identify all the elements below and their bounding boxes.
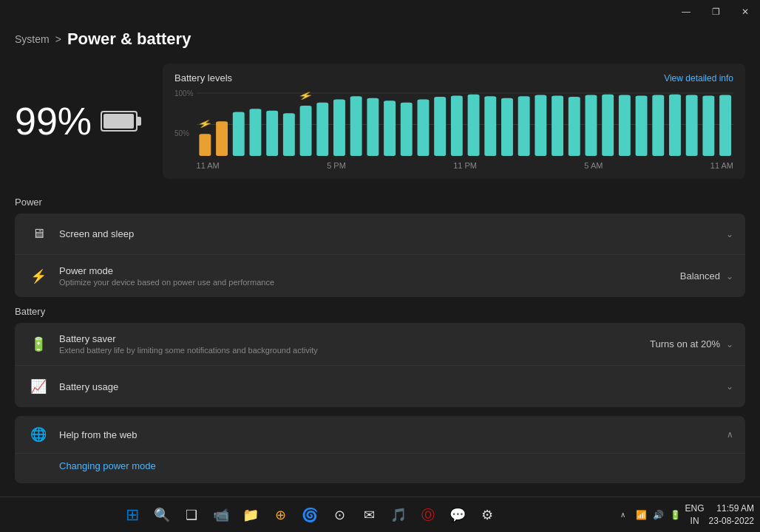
battery-chart-area: Battery levels View detailed info 100% 5… [163,64,745,179]
taskbar-app-chrome[interactable]: ⊙ [326,502,353,528]
changing-power-mode-link[interactable]: Changing power mode [59,460,156,471]
battery-saver-title: Battery saver [59,333,650,344]
battery-saver-right: Turns on at 20% ⌄ [650,338,733,349]
minimize-button[interactable]: — [671,0,701,24]
taskbar-app-whatsapp[interactable]: 💬 [444,502,471,528]
battery-usage-content: Battery usage [59,381,726,392]
battery-usage-icon: 📈 [27,378,50,395]
view-detailed-info-link[interactable]: View detailed info [664,73,733,83]
battery-saver-row[interactable]: 🔋 Battery saver Extend battery life by l… [15,323,745,366]
y-axis: 100% 50% [174,89,194,170]
tray-expand-icon: ∧ [620,511,625,519]
main-content: System > Power & battery 99% Battery lev… [0,0,760,497]
date-value: 23-08-2022 [709,515,754,528]
taskbar-app-mail[interactable]: ✉ [356,502,382,528]
system-icons[interactable]: 📶 🔊 🔋 [636,510,681,520]
svg-rect-31 [685,95,697,156]
svg-rect-2 [199,134,211,156]
svg-rect-19 [484,96,496,156]
battery-usage-right: ⌄ [726,381,733,392]
battery-section: Battery 🔋 Battery saver Extend battery l… [15,306,745,407]
help-title: Help from the web [59,429,727,440]
close-button[interactable]: ✕ [730,0,760,24]
system-tray-arrow[interactable]: ∧ [614,511,631,519]
taskview-button[interactable]: ❑ [178,502,205,528]
start-button[interactable]: ⊞ [119,502,146,528]
power-settings-group: 🖥 Screen and sleep ⌄ ⚡ Power mode Optimi… [15,214,745,297]
svg-rect-26 [602,95,614,156]
power-section-header: Power [15,197,745,208]
help-right: ∧ [727,429,733,440]
help-header-row[interactable]: 🌐 Help from the web ∧ [15,416,745,454]
battery-usage-title: Battery usage [59,381,726,392]
svg-rect-25 [585,95,597,156]
taskbar-app-opera[interactable]: Ⓞ [415,502,441,528]
help-content-title: Help from the web [59,429,727,440]
battery-usage-row[interactable]: 📈 Battery usage ⌄ [15,366,745,407]
help-chevron-up: ∧ [727,429,733,440]
locale-display[interactable]: ENGIN [685,502,705,528]
power-mode-title: Power mode [59,265,680,276]
top-section: 99% Battery levels View detailed info 10… [15,64,745,179]
svg-rect-9 [316,103,328,156]
help-section: 🌐 Help from the web ∧ Changing power mod… [15,416,745,483]
battery-tray-icon: 🔋 [670,510,681,520]
svg-rect-14 [400,103,412,156]
titlebar: — ❐ ✕ [671,0,760,24]
svg-rect-32 [702,95,714,156]
screen-sleep-chevron: ⌄ [726,229,733,239]
power-mode-icon: ⚡ [27,268,50,284]
taskbar-app-settings[interactable]: ⚙ [474,502,501,528]
volume-icon: 🔊 [653,510,664,520]
chart-wrapper: 100% 50% ⚡⚡ 11 AM 5 PM 11 PM 5 AM 11 AM [174,89,733,170]
power-mode-right[interactable]: Balanced ⌄ [680,270,733,282]
screen-sleep-icon: 🖥 [27,226,50,242]
taskbar-app-edge[interactable]: 🌀 [296,502,323,528]
svg-rect-16 [434,97,446,156]
chart-header: Battery levels View detailed info [174,72,733,83]
battery-saver-value: Turns on at 20% [650,338,720,349]
screen-sleep-title: Screen and sleep [59,228,726,239]
svg-rect-27 [619,95,631,156]
svg-text:⚡: ⚡ [297,91,315,100]
x-label-11am2: 11 AM [710,161,733,170]
svg-rect-22 [535,95,546,156]
battery-saver-icon: 🔋 [27,336,50,352]
wifi-icon: 📶 [636,510,647,520]
breadcrumb-separator: > [55,33,61,45]
svg-rect-5 [249,109,261,156]
taskbar-app-spotify[interactable]: 🎵 [385,502,412,528]
battery-saver-subtitle: Extend battery life by limiting some not… [59,346,650,355]
taskbar: ⊞ 🔍 ❑ 📹 📁 ⊕ 🌀 ⊙ ✉ 🎵 Ⓞ 💬 ⚙ ∧ 📶 🔊 🔋 ENGIN … [0,497,760,532]
page-title: Power & battery [67,30,191,49]
battery-chart-svg: ⚡⚡ [197,89,733,156]
svg-rect-18 [467,95,479,156]
time-value: 11:59 AM [709,502,754,515]
search-button[interactable]: 🔍 [149,502,175,528]
breadcrumb-system[interactable]: System [15,33,50,45]
restore-button[interactable]: ❐ [701,0,730,24]
battery-saver-content: Battery saver Extend battery life by lim… [59,333,650,355]
battery-section-header: Battery [15,306,745,317]
svg-rect-4 [232,112,244,157]
x-label-11am: 11 AM [197,161,220,170]
power-mode-subtitle: Optimize your device based on power use … [59,278,680,287]
help-links-area: Changing power mode [15,454,745,483]
x-label-5am: 5 AM [584,161,603,170]
power-mode-row[interactable]: ⚡ Power mode Optimize your device based … [15,255,745,297]
battery-icon [101,111,138,132]
x-label-5pm: 5 PM [327,161,346,170]
taskbar-app-zoom[interactable]: 📹 [208,502,234,528]
taskbar-right: ∧ 📶 🔊 🔋 ENGIN 11:59 AM 23-08-2022 [614,502,760,528]
svg-rect-24 [568,97,580,156]
chart-labels: 11 AM 5 PM 11 PM 5 AM 11 AM [197,161,733,170]
power-mode-value: Balanced [680,270,720,282]
svg-rect-23 [552,95,563,156]
power-mode-content: Power mode Optimize your device based on… [59,265,680,287]
clock-display[interactable]: 11:59 AM 23-08-2022 [709,502,754,528]
screen-sleep-row[interactable]: 🖥 Screen and sleep ⌄ [15,214,745,255]
taskbar-app-files[interactable]: 📁 [237,502,264,528]
taskbar-app-store[interactable]: ⊕ [267,502,294,528]
battery-settings-group: 🔋 Battery saver Extend battery life by l… [15,323,745,407]
svg-rect-10 [333,100,345,157]
